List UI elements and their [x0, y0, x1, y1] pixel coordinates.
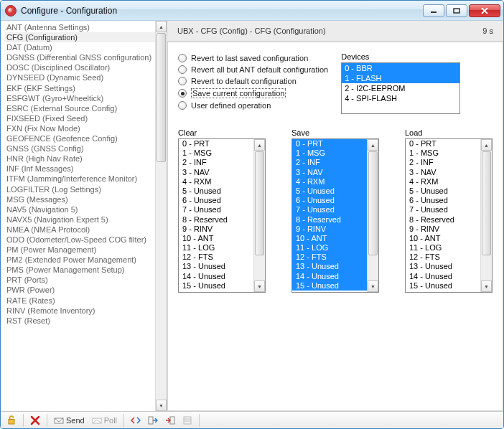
- tree-item[interactable]: GEOFENCE (Geofence Config): [5, 133, 155, 143]
- list-item[interactable]: 1 - MSG: [292, 148, 367, 158]
- load-listbox[interactable]: 0 - PRT1 - MSG2 - INF3 - NAV4 - RXM5 - U…: [405, 138, 493, 293]
- list-item[interactable]: 5 - Unused: [292, 187, 367, 196]
- close-button[interactable]: [469, 4, 500, 17]
- tree-item[interactable]: ODO (Odometer/Low-Speed COG filter): [5, 235, 155, 245]
- list-item[interactable]: 15 - Unused: [292, 281, 367, 291]
- list-item[interactable]: 14 - Unused: [179, 272, 253, 281]
- save-scrollbar[interactable]: ▲ ▼: [367, 139, 378, 292]
- device-item[interactable]: 0 - BBR: [342, 63, 459, 73]
- tree-item[interactable]: DYNSEED (Dynamic Seed): [5, 72, 155, 82]
- tree-item[interactable]: DAT (Datum): [5, 42, 155, 52]
- list-item[interactable]: 13 - Unused: [292, 262, 367, 271]
- toolbar-btn-d[interactable]: [179, 413, 195, 428]
- clear-listbox[interactable]: 0 - PRT1 - MSG2 - INF3 - NAV4 - RXM5 - U…: [178, 138, 266, 293]
- list-item[interactable]: 14 - Unused: [406, 272, 480, 281]
- maximize-button[interactable]: [446, 4, 467, 17]
- tree-item[interactable]: PM2 (Extended Power Management): [5, 255, 155, 265]
- list-item[interactable]: 15 - Unused: [406, 281, 480, 291]
- tree-item[interactable]: NAVX5 (Navigation Expert 5): [5, 214, 155, 225]
- scroll-up-button[interactable]: ▲: [156, 21, 167, 32]
- tree-item[interactable]: DOSC (Disciplined Oscillator): [5, 62, 155, 72]
- tree-item[interactable]: GNSS (GNSS Config): [5, 143, 155, 154]
- list-item[interactable]: 5 - Unused: [406, 187, 480, 196]
- list-item[interactable]: 4 - RXM: [292, 177, 367, 187]
- tree-scrollbar[interactable]: ▲ ▼: [155, 21, 167, 411]
- list-item[interactable]: 11 - LOG: [292, 243, 367, 253]
- tree-item[interactable]: EKF (EKF Settings): [5, 83, 155, 93]
- device-item[interactable]: 1 - FLASH: [342, 73, 459, 83]
- list-item[interactable]: 12 - FTS: [292, 253, 367, 262]
- save-listbox[interactable]: 0 - PRT1 - MSG2 - INF3 - NAV4 - RXM5 - U…: [291, 138, 379, 293]
- list-item[interactable]: 3 - NAV: [292, 168, 367, 177]
- send-button[interactable]: Send: [51, 413, 88, 428]
- list-item[interactable]: 8 - Reserved: [179, 215, 253, 225]
- minimize-button[interactable]: [423, 4, 444, 17]
- list-item[interactable]: 0 - PRT: [406, 139, 480, 148]
- tree-item[interactable]: INF (Inf Messages): [5, 164, 155, 174]
- tree-item[interactable]: NMEA (NMEA Protocol): [5, 225, 155, 235]
- tree-item[interactable]: HNR (High Nav Rate): [5, 154, 155, 164]
- tree-item[interactable]: ESFGWT (Gyro+Wheeltick): [5, 93, 155, 103]
- list-item[interactable]: 13 - Unused: [179, 262, 253, 271]
- list-item[interactable]: 2 - INF: [406, 158, 480, 167]
- list-item[interactable]: 10 - ANT: [179, 234, 253, 243]
- list-item[interactable]: 15 - Unused: [179, 281, 253, 291]
- list-item[interactable]: 6 - Unused: [179, 196, 253, 205]
- toolbar-btn-c[interactable]: [162, 413, 178, 428]
- scroll-down-button[interactable]: ▼: [254, 280, 265, 292]
- radio-option[interactable]: Save current configuration: [178, 88, 328, 98]
- list-item[interactable]: 10 - ANT: [292, 234, 367, 243]
- list-item[interactable]: 6 - Unused: [406, 196, 480, 205]
- list-item[interactable]: 3 - NAV: [179, 168, 253, 177]
- clear-scrollbar[interactable]: ▲ ▼: [253, 139, 265, 292]
- tree-item[interactable]: FIXSEED (Fixed Seed): [5, 113, 155, 123]
- list-item[interactable]: 14 - Unused: [292, 272, 367, 281]
- list-item[interactable]: 7 - Unused: [406, 205, 480, 214]
- toolbar-btn-b[interactable]: [145, 413, 161, 428]
- tree-item[interactable]: FXN (Fix Now Mode): [5, 123, 155, 133]
- scroll-down-button[interactable]: ▼: [481, 280, 492, 292]
- list-item[interactable]: 6 - Unused: [292, 196, 367, 205]
- poll-button[interactable]: Poll: [89, 413, 120, 428]
- tree-item[interactable]: ESRC (External Source Config): [5, 103, 155, 113]
- radio-option[interactable]: Revert to default configuration: [178, 77, 328, 85]
- tree-item[interactable]: ITFM (Jamming/Interference Monitor): [5, 174, 155, 184]
- list-item[interactable]: 5 - Unused: [179, 187, 253, 196]
- list-item[interactable]: 2 - INF: [179, 158, 253, 167]
- scroll-up-button[interactable]: ▲: [254, 139, 265, 151]
- scroll-thumb[interactable]: [482, 151, 491, 255]
- toolbar-btn-a[interactable]: [128, 413, 144, 428]
- list-item[interactable]: 8 - Reserved: [406, 215, 480, 225]
- list-item[interactable]: 13 - Unused: [406, 262, 480, 271]
- device-item[interactable]: 4 - SPI-FLASH: [342, 93, 459, 103]
- lock-button[interactable]: [4, 413, 19, 428]
- list-item[interactable]: 10 - ANT: [406, 234, 480, 243]
- scroll-down-button[interactable]: ▼: [368, 280, 378, 292]
- list-item[interactable]: 9 - RINV: [179, 225, 253, 234]
- list-item[interactable]: 11 - LOG: [179, 243, 253, 253]
- radio-option[interactable]: User defined operation: [178, 101, 328, 110]
- scroll-thumb[interactable]: [255, 151, 264, 255]
- list-item[interactable]: 8 - Reserved: [292, 215, 367, 225]
- tree-item[interactable]: RATE (Rates): [5, 296, 155, 306]
- tree-item[interactable]: CFG (Configuration): [5, 32, 155, 42]
- tree-item[interactable]: DGNSS (Differential GNSS configuration): [5, 52, 155, 62]
- tree-item[interactable]: ANT (Antenna Settings): [5, 22, 155, 32]
- list-item[interactable]: 7 - Unused: [179, 205, 253, 214]
- list-item[interactable]: 1 - MSG: [406, 148, 480, 158]
- list-item[interactable]: 9 - RINV: [292, 225, 367, 234]
- devices-listbox[interactable]: 0 - BBR1 - FLASH2 - I2C-EEPROM4 - SPI-FL…: [341, 62, 460, 114]
- scroll-thumb[interactable]: [368, 151, 378, 255]
- list-item[interactable]: 12 - FTS: [406, 253, 480, 262]
- scroll-thumb[interactable]: [157, 33, 166, 162]
- scroll-up-button[interactable]: ▲: [368, 139, 378, 151]
- list-item[interactable]: 1 - MSG: [179, 148, 253, 158]
- tree-item[interactable]: NAV5 (Navigation 5): [5, 204, 155, 214]
- tree-item[interactable]: MSG (Messages): [5, 194, 155, 204]
- list-item[interactable]: 4 - RXM: [406, 177, 480, 187]
- list-item[interactable]: 2 - INF: [292, 158, 367, 167]
- delete-button[interactable]: [27, 413, 43, 428]
- scroll-up-button[interactable]: ▲: [481, 139, 492, 151]
- message-tree[interactable]: ANT (Antenna Settings)CFG (Configuration…: [1, 21, 155, 411]
- list-item[interactable]: 3 - NAV: [406, 168, 480, 177]
